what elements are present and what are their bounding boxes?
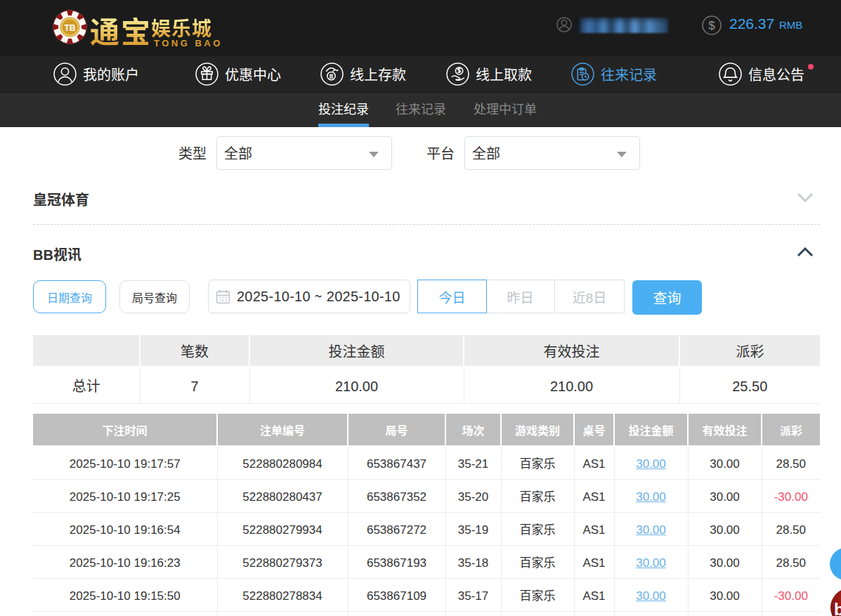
svg-text:TB: TB [65,23,76,33]
svg-text:$: $ [708,19,715,32]
